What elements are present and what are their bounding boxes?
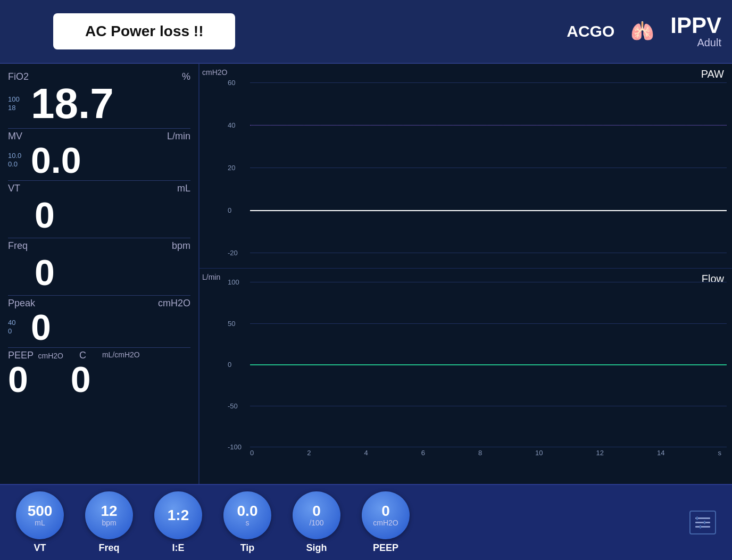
ppeak-value: 0: [31, 309, 51, 345]
header: AC Power loss !! ACGO 🫁 IPPV Adult: [0, 0, 732, 64]
ie-circle-button[interactable]: 1:2: [154, 491, 202, 539]
toolbar-item-sigh[interactable]: 0 /100 Sigh: [293, 491, 340, 554]
fio2-section: FiO2 % 100 18 18.7: [8, 69, 190, 129]
tip-circle-value: 0.0: [237, 504, 258, 519]
paw-y-label: cmH2O: [202, 68, 227, 77]
paw-grid-label-0: 0: [228, 206, 231, 214]
x-tick-6: 6: [421, 449, 425, 457]
fio2-unit: %: [182, 71, 190, 82]
ie-toolbar-label: I:E: [172, 542, 184, 554]
peep-value: 0: [8, 361, 28, 397]
x-tick-0: 0: [250, 449, 254, 457]
paw-grid-label-minus20: -20: [228, 249, 238, 257]
ppeak-limits: 40 0: [8, 319, 27, 335]
freq-value: 0: [35, 252, 190, 293]
sigh-circle-value: 0: [312, 504, 321, 519]
paw-grid-label-20: 20: [228, 164, 235, 172]
compliance-unit: mL/cmH2O: [102, 350, 140, 359]
vt-circle-value: 500: [28, 504, 53, 519]
vt-section: VT mL 0: [8, 181, 190, 238]
x-tick-2: 2: [307, 449, 311, 457]
settings-icon[interactable]: [689, 511, 716, 534]
header-right: ACGO 🫁 IPPV Adult: [567, 14, 721, 49]
flow-gridline-minus100: [250, 447, 727, 447]
x-unit-label: s: [718, 449, 721, 457]
flow-y-label: L/min: [202, 273, 220, 281]
fio2-label: FiO2: [8, 71, 29, 82]
patient-type-label: Adult: [670, 37, 721, 49]
paw-gridline-60: [250, 82, 727, 83]
flow-gridline-100: [250, 282, 727, 282]
sigh-circle-button[interactable]: 0 /100: [293, 491, 340, 539]
mv-section: MV L/min 10.0 0.0 0.0: [8, 129, 190, 181]
toolbar-item-vt[interactable]: 500 mL VT: [16, 491, 64, 554]
bottom-toolbar: 500 mL VT 12 bpm Freq 1:2 I:E 0.0 s Tip …: [0, 484, 732, 560]
freq-circle-value: 12: [101, 504, 117, 519]
alert-message[interactable]: AC Power loss !!: [53, 13, 235, 49]
freq-circle-button[interactable]: 12 bpm: [85, 491, 133, 539]
vt-value: 0: [35, 194, 190, 236]
svg-rect-4: [704, 521, 705, 524]
flow-chart-container: L/min Flow 100 50 0 -50 -100 0 2: [199, 269, 732, 476]
x-tick-12: 12: [596, 449, 604, 457]
vt-unit: mL: [177, 183, 190, 194]
flow-grid-label-minus50: -50: [228, 402, 238, 409]
toolbar-item-peep[interactable]: 0 cmH2O PEEP: [362, 491, 410, 554]
svg-rect-3: [696, 516, 698, 520]
flow-grid-label-minus100: -100: [228, 443, 242, 451]
paw-grid-label-60: 60: [228, 79, 235, 87]
mv-value: 0.0: [31, 142, 81, 178]
x-tick-10: 10: [535, 449, 543, 457]
sigh-circle-unit: /100: [309, 519, 323, 527]
flow-gridline-minus50: [250, 406, 727, 406]
paw-grid-label-40: 40: [228, 121, 235, 129]
flow-grid-label-50: 50: [228, 319, 235, 327]
peep-c-section: PEEP cmH2O C mL/cmH2O 0 0: [8, 348, 190, 399]
mv-unit: L/min: [167, 131, 190, 142]
freq-circle-unit: bpm: [102, 519, 116, 527]
vt-label: VT: [8, 183, 20, 194]
ppeak-limit-high: 40: [8, 319, 27, 327]
fio2-value: 18.7: [31, 82, 114, 125]
acgo-label: ACGO: [567, 22, 614, 40]
toolbar-item-tip[interactable]: 0.0 s Tip: [223, 491, 271, 554]
chart-area: cmH2O PAW 60 40 20 0 -20 L/m: [199, 64, 732, 484]
mv-limits: 10.0 0.0: [8, 152, 27, 168]
vt-circle-unit: mL: [35, 519, 45, 527]
svg-rect-2: [695, 526, 710, 528]
mode-block: IPPV Adult: [670, 14, 721, 49]
paw-signal-line: [250, 210, 727, 211]
mv-limit-low: 0.0: [8, 160, 27, 169]
peep-circle-unit: cmH2O: [373, 519, 398, 527]
toolbar-item-freq[interactable]: 12 bpm Freq: [85, 491, 133, 554]
flow-grid-label-0: 0: [228, 361, 231, 369]
flow-chart-inner: 100 50 0 -50 -100: [250, 282, 727, 447]
tip-circle-unit: s: [246, 519, 249, 527]
peep-unit: cmH2O: [38, 352, 63, 360]
freq-label: Freq: [8, 240, 28, 252]
sigh-toolbar-label: Sigh: [306, 542, 327, 554]
peep-circle-button[interactable]: 0 cmH2O: [362, 491, 410, 539]
vt-toolbar-label: VT: [34, 542, 46, 554]
toolbar-item-ie[interactable]: 1:2 I:E: [154, 491, 202, 554]
ppeak-limit-low: 0: [8, 327, 27, 336]
flow-gridline-50: [250, 323, 727, 324]
paw-alarm-line: [250, 125, 727, 126]
tip-circle-button[interactable]: 0.0 s: [223, 491, 271, 539]
main-content: FiO2 % 100 18 18.7 MV L/min 10.0 0.0: [0, 64, 732, 484]
ppeak-unit: cmH2O: [158, 298, 190, 309]
x-tick-4: 4: [364, 449, 368, 457]
mv-label: MV: [8, 131, 22, 142]
freq-unit: bpm: [172, 240, 190, 252]
paw-gridline-20: [250, 168, 727, 168]
freq-toolbar-label: Freq: [98, 542, 119, 554]
svg-rect-5: [700, 525, 701, 529]
vt-circle-button[interactable]: 500 mL: [16, 491, 64, 539]
paw-chart-container: cmH2O PAW 60 40 20 0 -20: [199, 64, 732, 269]
ppeak-section: Ppeak cmH2O 40 0 0: [8, 296, 190, 348]
mv-limit-high: 10.0: [8, 152, 27, 160]
svg-rect-1: [695, 522, 710, 523]
compliance-value: 0: [71, 361, 91, 397]
lung-icon: 🫁: [630, 20, 654, 43]
flow-signal-line: [250, 364, 727, 365]
